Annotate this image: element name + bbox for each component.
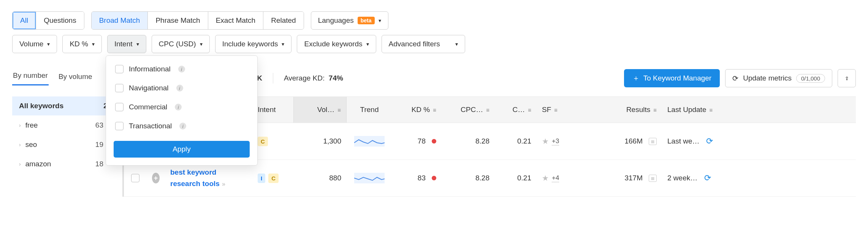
volume-cell: 1,300	[293, 137, 347, 145]
difficulty-dot-icon	[432, 176, 436, 180]
col-cpc[interactable]: CPC…≡	[442, 106, 495, 114]
chevron-down-icon: ▾	[92, 41, 95, 47]
filter-advanced[interactable]: Advanced filters▾	[382, 35, 465, 53]
intent-cell: I C	[252, 174, 293, 183]
info-icon[interactable]: i	[175, 104, 182, 110]
info-icon[interactable]: i	[179, 123, 186, 129]
filter-cpc[interactable]: CPC (USD)▾	[152, 35, 210, 53]
cpc-cell: 8.28	[442, 137, 495, 145]
col-intent[interactable]: Intent	[252, 106, 293, 114]
filter-kd[interactable]: KD %▾	[62, 35, 102, 53]
competition-cell: 0.21	[495, 174, 537, 182]
export-icon: ⇪	[845, 76, 849, 81]
filter-intent[interactable]: Intent▾	[107, 35, 146, 53]
filter-exclude-keywords[interactable]: Exclude keywords▾	[297, 35, 376, 53]
update-cell: Last we…⟳	[662, 136, 746, 146]
tab-phrase-match[interactable]: Phrase Match	[148, 12, 208, 29]
sf-cell: ★+4	[537, 174, 586, 183]
intent-option-navigational[interactable]: Navigationali	[114, 81, 250, 95]
tab-all[interactable]: All	[13, 12, 36, 29]
checkbox[interactable]	[115, 65, 124, 73]
checkbox[interactable]	[115, 122, 124, 130]
intent-badge-commercial: C	[268, 174, 279, 183]
view-by-number[interactable]: By number	[12, 71, 49, 85]
tab-questions[interactable]: Questions	[36, 12, 84, 29]
info-icon[interactable]: i	[178, 66, 185, 73]
star-icon: ★	[542, 174, 549, 183]
to-keyword-manager-button[interactable]: ＋ To Keyword Manager	[624, 69, 720, 87]
kd-cell: 83	[392, 174, 442, 182]
row-checkbox[interactable]	[131, 174, 139, 182]
sort-icon: ≡	[528, 107, 531, 113]
filter-include-keywords[interactable]: Include keywords▾	[215, 35, 292, 53]
intent-option-transactional[interactable]: Transactionali	[114, 119, 250, 133]
info-icon[interactable]: i	[176, 85, 183, 92]
svg-rect-1	[354, 173, 385, 183]
checkbox[interactable]	[115, 103, 124, 111]
col-trend[interactable]: Trend	[347, 106, 392, 114]
sort-icon: ≡	[653, 107, 657, 113]
chevron-right-icon: ›	[19, 142, 21, 148]
sort-icon: ≡	[554, 107, 558, 113]
col-volume[interactable]: Vol…≡	[293, 97, 347, 123]
plus-icon: ＋	[632, 73, 640, 83]
intent-cell: C	[252, 137, 293, 146]
scope-group: All Questions	[12, 11, 84, 30]
update-cell: 2 week…⟳	[662, 173, 746, 183]
export-button[interactable]: ⇪	[838, 69, 856, 87]
refresh-icon[interactable]: ⟳	[706, 136, 713, 146]
chevron-right-icon: ›	[19, 122, 21, 128]
serp-icon[interactable]: ≣	[649, 175, 657, 182]
col-sf[interactable]: SF≡	[537, 106, 586, 114]
competition-cell: 0.21	[495, 137, 537, 145]
checkbox[interactable]	[115, 84, 124, 92]
languages-dropdown[interactable]: Languages beta ▾	[311, 11, 388, 30]
trend-sparkline	[354, 136, 385, 147]
col-results[interactable]: Results≡	[586, 106, 662, 114]
view-by-volume[interactable]: By volume	[58, 73, 93, 85]
intent-option-informational[interactable]: Informationali	[114, 62, 250, 76]
col-c[interactable]: C…≡	[495, 106, 537, 114]
trend-cell	[347, 136, 392, 147]
difficulty-dot-icon	[432, 139, 436, 144]
match-type-row: All Questions Broad Match Phrase Match E…	[12, 11, 856, 30]
tab-broad-match[interactable]: Broad Match	[92, 12, 148, 29]
chevron-down-icon: ▾	[366, 41, 369, 47]
kd-cell: 78	[392, 137, 442, 145]
sort-icon: ≡	[486, 107, 489, 113]
average-kd: Average KD: 74%	[284, 74, 343, 82]
sort-icon: ≡	[709, 107, 713, 113]
add-keyword-button[interactable]: +	[152, 173, 160, 183]
filter-volume[interactable]: Volume▾	[12, 35, 57, 53]
trend-sparkline	[354, 173, 385, 183]
refresh-icon[interactable]: ⟳	[704, 173, 711, 183]
chevron-down-icon: ▾	[455, 41, 458, 47]
chevron-down-icon: ▾	[282, 41, 284, 47]
results-cell: 166M≣	[586, 137, 662, 145]
keyword-link[interactable]: best keyword	[170, 168, 216, 177]
chevron-right-icon: ›	[19, 161, 21, 167]
tab-exact-match[interactable]: Exact Match	[208, 12, 264, 29]
keyword-link[interactable]: research tools	[170, 180, 220, 188]
view-tabs: By number By volume	[12, 71, 93, 85]
sort-icon: ≡	[433, 107, 436, 113]
divider	[273, 73, 273, 84]
intent-badge-informational: I	[258, 174, 265, 183]
serp-icon[interactable]: ≣	[649, 138, 657, 145]
intent-popover: Informationali Navigationali Commerciali…	[106, 55, 258, 166]
intent-option-commercial[interactable]: Commerciali	[114, 100, 250, 114]
languages-label: Languages	[318, 16, 354, 25]
col-kd[interactable]: KD %≡	[392, 106, 442, 114]
svg-rect-0	[354, 136, 385, 147]
chevron-down-icon: ▾	[136, 41, 139, 47]
filters-row: Volume▾ KD %▾ Intent▾ Informationali Nav…	[12, 35, 856, 53]
results-cell: 317M≣	[586, 174, 662, 182]
update-metrics-button[interactable]: ⟳ Update metrics 0/1,000	[725, 69, 832, 87]
chevron-down-icon: ▾	[47, 41, 50, 47]
sf-cell: ★+3	[537, 137, 586, 146]
star-icon: ★	[542, 137, 549, 146]
tab-related[interactable]: Related	[263, 12, 304, 29]
col-update[interactable]: Last Update≡	[662, 106, 746, 114]
intent-apply-button[interactable]: Apply	[114, 141, 250, 158]
expand-icon[interactable]: »	[222, 181, 225, 187]
